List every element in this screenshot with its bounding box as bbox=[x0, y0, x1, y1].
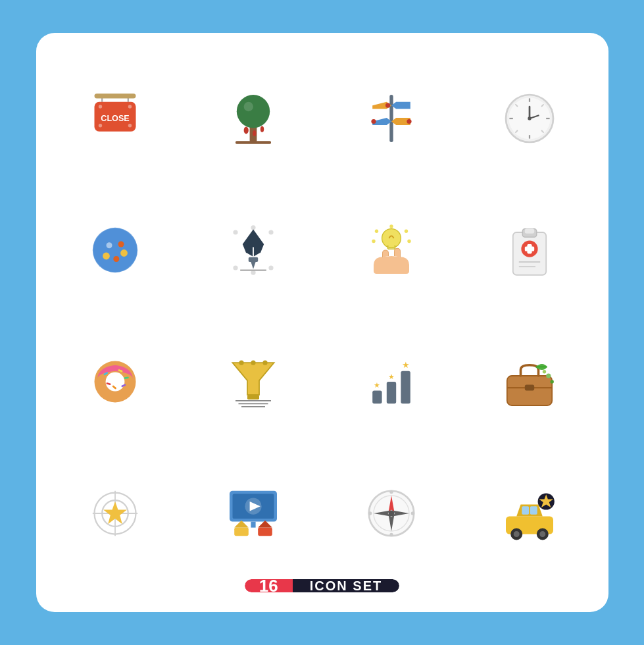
svg-rect-98 bbox=[524, 385, 533, 391]
svg-point-47 bbox=[268, 265, 273, 270]
footer-badge: 16 ICON SET bbox=[245, 579, 399, 592]
icon-medical-clipboard bbox=[470, 191, 589, 309]
svg-point-125 bbox=[389, 533, 393, 536]
svg-rect-115 bbox=[258, 528, 272, 536]
badge-count: 16 bbox=[245, 579, 293, 592]
main-card: CLOSE bbox=[36, 33, 608, 612]
svg-point-11 bbox=[243, 127, 248, 134]
svg-rect-112 bbox=[251, 522, 255, 528]
svg-rect-2 bbox=[94, 93, 136, 98]
icon-idea-hand bbox=[332, 191, 451, 309]
svg-point-23 bbox=[407, 119, 411, 124]
icon-dots-circle bbox=[56, 191, 174, 309]
svg-rect-66 bbox=[524, 229, 533, 234]
svg-point-12 bbox=[253, 130, 256, 136]
svg-marker-80 bbox=[232, 363, 274, 395]
svg-marker-19 bbox=[391, 102, 410, 109]
svg-point-42 bbox=[106, 242, 112, 248]
svg-point-39 bbox=[113, 256, 119, 262]
badge-label: ICON SET bbox=[293, 579, 399, 592]
svg-point-46 bbox=[233, 265, 237, 270]
svg-point-123 bbox=[388, 511, 394, 517]
svg-rect-130 bbox=[530, 506, 537, 515]
svg-point-86 bbox=[239, 361, 243, 365]
icon-eco-briefcase bbox=[470, 322, 589, 441]
svg-point-134 bbox=[539, 531, 545, 537]
icon-crossroads bbox=[332, 59, 451, 178]
svg-point-45 bbox=[268, 230, 273, 234]
icon-close-sign: CLOSE bbox=[56, 59, 174, 178]
svg-point-38 bbox=[103, 253, 110, 260]
icons-grid: CLOSE bbox=[56, 59, 589, 573]
svg-point-102 bbox=[542, 370, 545, 373]
icon-bleeding-tree bbox=[194, 59, 312, 178]
svg-text:★: ★ bbox=[388, 373, 395, 380]
svg-point-13 bbox=[260, 126, 263, 132]
icon-filter-funnel bbox=[194, 322, 312, 441]
svg-rect-91 bbox=[401, 371, 410, 404]
icon-pen-tool bbox=[194, 191, 312, 309]
svg-point-7 bbox=[98, 124, 101, 127]
svg-point-44 bbox=[233, 230, 237, 234]
svg-rect-129 bbox=[522, 506, 529, 515]
svg-point-126 bbox=[368, 511, 371, 515]
svg-point-59 bbox=[374, 230, 378, 233]
svg-rect-90 bbox=[386, 382, 395, 403]
svg-point-48 bbox=[251, 225, 255, 230]
svg-point-132 bbox=[513, 531, 519, 537]
svg-point-100 bbox=[546, 373, 551, 378]
svg-point-22 bbox=[371, 119, 376, 124]
svg-point-62 bbox=[407, 240, 410, 243]
icon-taxi-star bbox=[470, 454, 589, 573]
icon-target-star bbox=[56, 454, 174, 573]
svg-point-60 bbox=[404, 230, 407, 233]
svg-rect-69 bbox=[524, 247, 533, 251]
svg-point-55 bbox=[382, 229, 401, 248]
svg-point-88 bbox=[262, 361, 267, 365]
svg-point-63 bbox=[389, 224, 393, 228]
svg-point-36 bbox=[528, 116, 531, 120]
svg-point-61 bbox=[372, 240, 375, 243]
svg-point-40 bbox=[120, 249, 128, 257]
svg-point-14 bbox=[243, 102, 253, 111]
svg-text:★: ★ bbox=[401, 361, 409, 370]
svg-rect-53 bbox=[248, 257, 257, 262]
svg-text:CLOSE: CLOSE bbox=[101, 114, 129, 123]
svg-rect-15 bbox=[235, 141, 271, 144]
svg-point-8 bbox=[128, 124, 131, 127]
svg-rect-113 bbox=[234, 528, 249, 536]
icon-donut bbox=[56, 322, 174, 441]
svg-point-87 bbox=[251, 361, 255, 365]
svg-point-127 bbox=[410, 511, 414, 515]
icon-growth-chart: ★ ★ ★ bbox=[332, 322, 451, 441]
svg-point-18 bbox=[385, 103, 390, 108]
icon-compass-circle bbox=[332, 454, 451, 573]
svg-point-124 bbox=[389, 490, 393, 494]
svg-rect-16 bbox=[389, 95, 393, 142]
svg-rect-82 bbox=[247, 395, 259, 400]
svg-point-5 bbox=[98, 105, 101, 108]
svg-text:★: ★ bbox=[374, 381, 380, 389]
icon-clock bbox=[470, 59, 589, 178]
svg-point-6 bbox=[128, 105, 131, 108]
svg-point-10 bbox=[236, 95, 269, 128]
svg-rect-89 bbox=[372, 391, 382, 404]
icon-presentation-play bbox=[194, 454, 312, 573]
svg-point-41 bbox=[118, 242, 124, 247]
svg-point-101 bbox=[550, 380, 553, 383]
